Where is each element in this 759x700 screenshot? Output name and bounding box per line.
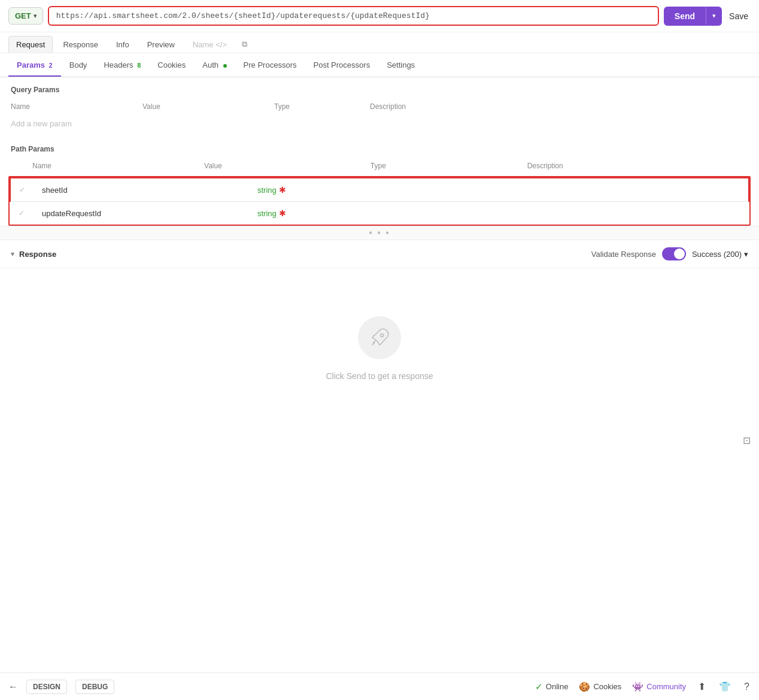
- type-required-span2: string ✱: [257, 208, 286, 218]
- path-col-desc: Description: [517, 158, 759, 174]
- validate-label: Validate Response: [591, 250, 656, 259]
- tab-preview[interactable]: Preview: [139, 36, 183, 53]
- save-button[interactable]: Save: [727, 7, 751, 26]
- params-tab-settings[interactable]: Settings: [378, 53, 423, 77]
- headers-badge: 8: [137, 62, 141, 69]
- response-chevron-icon[interactable]: ▾: [11, 250, 14, 258]
- col-header-desc: Description: [359, 99, 759, 114]
- path-params-wrapper: ✓ sheetId string ✱: [8, 176, 751, 226]
- design-button[interactable]: DESIGN: [26, 680, 67, 694]
- row1-check-icon: ✓: [19, 186, 25, 194]
- debug-button[interactable]: DEBUG: [75, 680, 114, 694]
- path-params-data-table: ✓ sheetId string ✱: [10, 177, 749, 225]
- path-param-value-updatereqid[interactable]: [141, 202, 249, 225]
- type-label-updatereqid: string: [257, 209, 277, 218]
- tab-response[interactable]: Response: [55, 36, 106, 53]
- path-param-value-sheetid[interactable]: [141, 178, 249, 202]
- send-label: Send: [664, 7, 706, 26]
- path-param-desc-updatereqid: [611, 202, 749, 225]
- online-label: Online: [546, 682, 569, 691]
- empty-response: Click Send to get a response: [0, 268, 759, 429]
- layout-icon[interactable]: ⊡: [743, 435, 751, 446]
- method-dropdown[interactable]: GET ▾: [8, 7, 43, 25]
- params-tab-label: Params: [17, 60, 45, 69]
- type-required-span: string ✱: [257, 185, 286, 195]
- back-button[interactable]: ←: [8, 681, 18, 692]
- tab-info[interactable]: Info: [108, 36, 137, 53]
- params-tab-auth[interactable]: Auth: [194, 53, 235, 77]
- path-params-header-table: Name Value Type Description: [0, 158, 759, 174]
- col-header-type: Type: [263, 99, 359, 114]
- auth-tab-label: Auth: [202, 60, 218, 69]
- params-tab-post[interactable]: Post Processors: [305, 53, 378, 77]
- path-param-name-sheetid: sheetId: [34, 178, 141, 202]
- method-chevron-icon: ▾: [34, 13, 37, 19]
- cookies-status[interactable]: 🍪 Cookies: [579, 681, 621, 692]
- required-star-updatereqid: ✱: [279, 208, 286, 218]
- add-param-placeholder[interactable]: Add a new param: [0, 114, 759, 133]
- copy-icon[interactable]: ⧉: [242, 40, 247, 49]
- pre-tab-label: Pre Processors: [244, 60, 297, 69]
- path-param-name-updatereqid: updateRequestId: [34, 202, 141, 225]
- path-param-type-sheetid: string ✱: [249, 178, 611, 202]
- params-badge: 2: [49, 62, 53, 69]
- params-tab-headers[interactable]: Headers 8: [95, 53, 149, 77]
- headers-tab-label: Headers: [104, 60, 133, 69]
- url-input[interactable]: [48, 6, 659, 26]
- resize-dots: • • •: [369, 228, 390, 238]
- response-header: ▾ Response Validate Response Success (20…: [0, 240, 759, 268]
- top-bar: GET ▾ Send ▾ Save: [0, 0, 759, 32]
- col-header-value: Value: [132, 99, 263, 114]
- path-col-name: Name: [22, 158, 193, 174]
- path-param-type-updatereqid: string ✱: [249, 202, 611, 225]
- community-label: Community: [646, 682, 686, 691]
- path-param-row-sheetid: ✓ sheetId string ✱: [10, 178, 749, 202]
- tab-name[interactable]: Name </>: [185, 36, 235, 53]
- body-tab-label: Body: [69, 60, 87, 69]
- settings-tab-label: Settings: [387, 60, 415, 69]
- success-badge[interactable]: Success (200) ▾: [692, 250, 748, 259]
- path-param-row-updatereqid: ✓ updateRequestId string ✱: [10, 202, 749, 225]
- validate-toggle[interactable]: [662, 247, 686, 260]
- cookies-tab-label: Cookies: [157, 60, 186, 69]
- response-right: Validate Response Success (200) ▾: [591, 247, 748, 260]
- request-tabs: Request Response Info Preview Name </> ⧉: [0, 32, 759, 53]
- method-label: GET: [15, 11, 31, 20]
- send-dropdown-icon[interactable]: ▾: [706, 7, 722, 25]
- path-params-section: Path Params Name Value Type Description …: [0, 137, 759, 226]
- params-tabs: Params 2 Body Headers 8 Cookies Auth Pre…: [0, 53, 759, 77]
- layout-icon-area: ⊡: [0, 429, 759, 482]
- bottom-bar: ← DESIGN DEBUG ✓ Online 🍪 Cookies 👾 Comm…: [0, 672, 759, 700]
- community-icon: 👾: [632, 681, 643, 692]
- query-params-table: Name Value Type Description Add a new pa…: [0, 99, 759, 133]
- path-params-title: Path Params: [0, 137, 759, 158]
- response-title: Response: [19, 250, 56, 259]
- tab-request[interactable]: Request: [8, 36, 53, 53]
- help-icon[interactable]: ?: [743, 680, 751, 693]
- params-tab-params[interactable]: Params 2: [8, 53, 61, 77]
- path-col-value: Value: [193, 158, 360, 174]
- params-content: Query Params Name Value Type Description…: [0, 77, 759, 482]
- send-button[interactable]: Send ▾: [664, 7, 722, 26]
- community-status[interactable]: 👾 Community: [632, 681, 686, 692]
- auth-dot: [223, 64, 227, 68]
- bottom-right: ✓ Online 🍪 Cookies 👾 Community ⬆ 👕 ?: [535, 680, 751, 693]
- empty-response-text: Click Send to get a response: [326, 371, 433, 381]
- tab-icons: ⧉: [242, 40, 247, 49]
- col-header-name: Name: [0, 99, 132, 114]
- online-status[interactable]: ✓ Online: [535, 681, 569, 692]
- resize-bar[interactable]: • • •: [0, 226, 759, 240]
- type-label-sheetid: string: [257, 186, 277, 195]
- query-params-title: Query Params: [0, 77, 759, 99]
- response-title-area: ▾ Response: [11, 250, 56, 259]
- shirt-icon[interactable]: 👕: [718, 680, 732, 693]
- upload-icon[interactable]: ⬆: [697, 680, 707, 693]
- required-star-sheetid: ✱: [279, 185, 286, 195]
- params-tab-body[interactable]: Body: [61, 53, 96, 77]
- rocket-icon: [358, 316, 401, 359]
- row2-check-icon: ✓: [19, 209, 25, 217]
- params-tab-pre[interactable]: Pre Processors: [235, 53, 305, 77]
- params-tab-cookies[interactable]: Cookies: [149, 53, 194, 77]
- cookies-icon: 🍪: [579, 681, 590, 692]
- add-param-row[interactable]: Add a new param: [0, 114, 759, 133]
